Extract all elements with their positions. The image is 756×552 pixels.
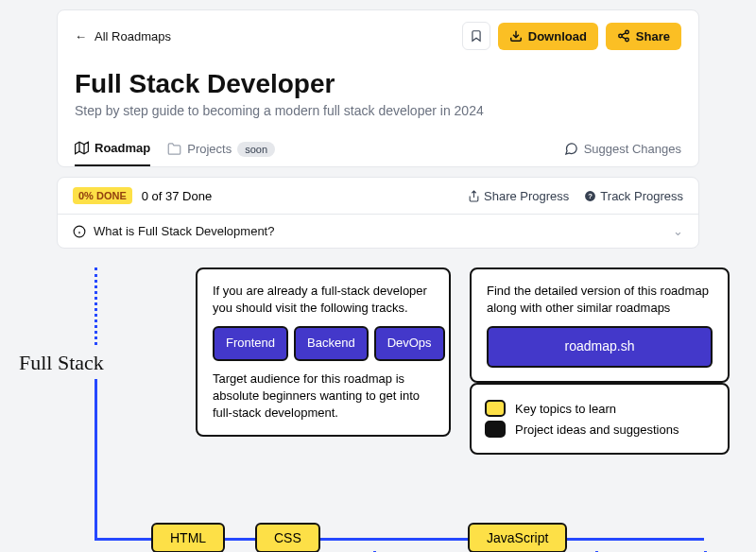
track-devops[interactable]: DevOps bbox=[374, 326, 445, 360]
roadmap-sh-button[interactable]: roadmap.sh bbox=[487, 326, 713, 368]
legend-black-label: Project ideas and suggestions bbox=[515, 423, 679, 437]
legend-yellow-label: Key topics to learn bbox=[515, 402, 616, 416]
bookmark-button[interactable] bbox=[462, 22, 490, 50]
legend-swatch-black bbox=[485, 421, 506, 438]
folder-icon bbox=[167, 142, 181, 156]
chat-icon bbox=[564, 142, 578, 156]
tabs: Roadmap Projects soon Suggest Changes bbox=[75, 141, 681, 166]
tab-projects-label: Projects bbox=[187, 142, 232, 156]
suggest-label: Suggest Changes bbox=[584, 142, 681, 156]
share-progress[interactable]: Share Progress bbox=[468, 189, 569, 203]
svg-point-1 bbox=[626, 30, 629, 34]
diagram: Full Stack If you are already a full-sta… bbox=[0, 267, 756, 552]
share-button[interactable]: Share bbox=[606, 23, 681, 50]
track-frontend[interactable]: Frontend bbox=[213, 326, 288, 360]
share-label: Share bbox=[636, 29, 670, 43]
faq-text: What is Full Stack Development? bbox=[94, 224, 274, 238]
bookmark-icon bbox=[470, 29, 483, 43]
legend-box: Key topics to learn Project ideas and su… bbox=[470, 383, 730, 455]
download-icon bbox=[509, 29, 523, 43]
tab-roadmap-label: Roadmap bbox=[94, 141, 150, 155]
connector-vertical bbox=[94, 379, 97, 541]
tab-projects[interactable]: Projects soon bbox=[167, 142, 275, 166]
tab-roadmap[interactable]: Roadmap bbox=[75, 141, 150, 166]
node-javascript[interactable]: JavaScript bbox=[468, 523, 567, 552]
share-icon bbox=[617, 29, 630, 43]
svg-text:?: ? bbox=[589, 192, 593, 200]
pct-badge: 0% DONE bbox=[73, 187, 132, 204]
node-html[interactable]: HTML bbox=[151, 523, 225, 552]
download-button[interactable]: Download bbox=[498, 23, 598, 50]
track-backend[interactable]: Backend bbox=[294, 326, 369, 360]
svg-point-2 bbox=[619, 34, 623, 38]
map-icon bbox=[75, 141, 89, 155]
tracks-note: Target audience for this roadmap is abso… bbox=[213, 371, 434, 423]
suggest-changes[interactable]: Suggest Changes bbox=[564, 142, 681, 165]
page-title: Full Stack Developer bbox=[75, 69, 681, 99]
page-subtitle: Step by step guide to becoming a modern … bbox=[75, 103, 681, 118]
root-label: Full Stack bbox=[19, 351, 104, 375]
done-text: 0 of 37 Done bbox=[142, 189, 212, 203]
legend-swatch-yellow bbox=[485, 400, 506, 417]
track-progress[interactable]: ? Track Progress bbox=[584, 189, 683, 203]
tracks-box: If you are already a full-stack develope… bbox=[196, 267, 451, 437]
node-css[interactable]: CSS bbox=[255, 523, 320, 552]
svg-marker-6 bbox=[76, 142, 89, 154]
info-icon bbox=[73, 225, 86, 238]
progress-card: 0% DONE 0 of 37 Done Share Progress ? Tr… bbox=[57, 177, 699, 249]
connector-dotted bbox=[94, 267, 97, 345]
soon-badge: soon bbox=[237, 142, 275, 157]
svg-point-3 bbox=[626, 38, 629, 42]
help-icon: ? bbox=[584, 190, 596, 202]
detail-text: Find the detailed version of this roadma… bbox=[487, 283, 713, 317]
back-arrow-icon[interactable]: ← bbox=[75, 29, 87, 43]
share-progress-icon bbox=[468, 190, 480, 202]
download-label: Download bbox=[528, 29, 587, 43]
tracks-intro: If you are already a full-stack develope… bbox=[213, 283, 434, 317]
svg-line-4 bbox=[622, 33, 626, 35]
progress-row: 0% DONE 0 of 37 Done Share Progress ? Tr… bbox=[58, 178, 698, 215]
detail-box: Find the detailed version of this roadma… bbox=[470, 267, 730, 383]
chevron-down-icon: ⌄ bbox=[673, 224, 683, 238]
faq-row[interactable]: What is Full Stack Development? ⌄ bbox=[58, 215, 698, 248]
header-card: ← All Roadmaps Download Share Full Stack… bbox=[57, 9, 699, 167]
back-link[interactable]: All Roadmaps bbox=[94, 29, 171, 43]
topbar: ← All Roadmaps Download Share bbox=[75, 22, 681, 50]
svg-line-5 bbox=[622, 37, 626, 39]
